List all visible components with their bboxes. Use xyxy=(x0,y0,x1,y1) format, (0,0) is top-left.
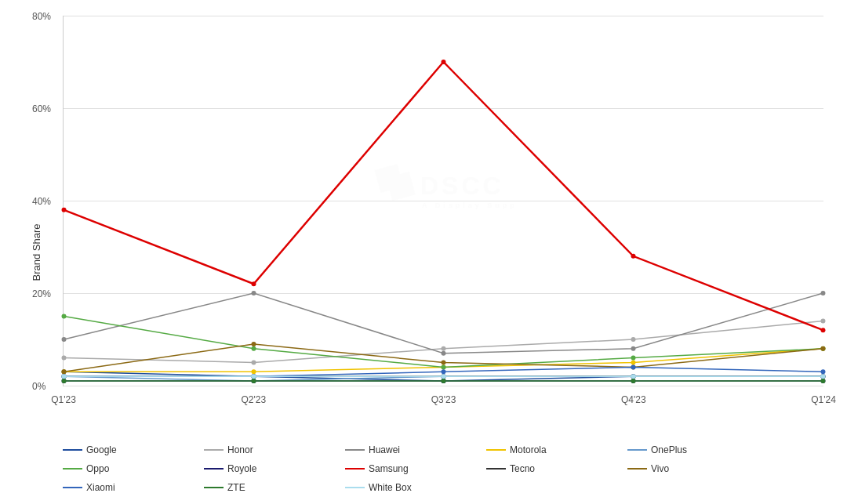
dot-honor-1 xyxy=(252,361,256,365)
dot-zte-2 xyxy=(442,379,446,383)
legend-label-oneplus: OnePlus xyxy=(651,444,687,455)
dot-xiaomi-4 xyxy=(820,369,825,374)
dot-honor-3 xyxy=(631,337,635,342)
dot-white-box-0 xyxy=(62,374,67,379)
legend-label-samsung: Samsung xyxy=(369,463,409,474)
dot-samsung-4 xyxy=(820,328,825,332)
dot-white-box-4 xyxy=(820,374,825,379)
dot-white-box-2 xyxy=(442,374,446,379)
dot-zte-4 xyxy=(820,379,825,383)
y-label-60: 60% xyxy=(32,103,51,114)
legend-item-huawei: Huawei xyxy=(345,441,486,459)
x-label-q2-23: Q2'23 xyxy=(241,394,266,405)
dot-vivo-1 xyxy=(252,342,256,346)
legend-line-oppo xyxy=(63,468,82,470)
legend-line-zte xyxy=(204,487,224,488)
line-huawei xyxy=(64,293,823,354)
legend-line-xiaomi xyxy=(63,487,82,488)
x-label-q1-23: Q1'23 xyxy=(51,394,76,405)
legend-label-google: Google xyxy=(86,444,117,455)
dot-huawei-2 xyxy=(442,351,446,356)
legend-line-honor xyxy=(204,449,224,451)
legend-item-oneplus: OnePlus xyxy=(627,441,769,459)
dot-oppo-0 xyxy=(62,314,67,319)
dot-vivo-2 xyxy=(442,361,446,365)
legend-line-tecno xyxy=(486,468,506,470)
legend-label-honor: Honor xyxy=(227,444,253,455)
legend-label-huawei: Huawei xyxy=(369,444,400,455)
legend-item-google: Google xyxy=(63,441,204,459)
legend-line-vivo xyxy=(627,468,647,470)
legend-label-xiaomi: Xiaomi xyxy=(86,482,115,493)
dot-samsung-2 xyxy=(442,60,446,64)
dot-samsung-0 xyxy=(62,208,67,212)
line-samsung xyxy=(64,62,823,330)
dot-oppo-2 xyxy=(442,364,446,369)
legend-item-honor: Honor xyxy=(204,441,345,459)
dot-xiaomi-2 xyxy=(442,369,446,374)
dot-huawei-0 xyxy=(62,337,67,342)
legend-item-motorola: Motorola xyxy=(486,441,627,459)
grid-line-0: 0% xyxy=(64,386,823,386)
y-label-20: 20% xyxy=(32,288,51,299)
dot-xiaomi-3 xyxy=(631,364,635,369)
x-label-q4-23: Q4'23 xyxy=(621,394,646,405)
dot-samsung-1 xyxy=(252,281,256,286)
dot-zte-3 xyxy=(631,379,635,383)
dot-motorola-3 xyxy=(631,361,635,365)
dot-honor-0 xyxy=(62,356,67,361)
legend-line-huawei xyxy=(345,449,365,451)
dot-samsung-3 xyxy=(631,254,635,259)
legend: GoogleHonorHuaweiMotorolaOnePlusOppoRoyo… xyxy=(63,441,769,496)
legend-item-white-box: White Box xyxy=(345,479,486,496)
legend-label-motorola: Motorola xyxy=(510,444,547,455)
legend-line-google xyxy=(63,449,82,451)
legend-label-royole: Royole xyxy=(227,463,256,474)
dot-honor-2 xyxy=(442,346,446,351)
legend-item-oppo: Oppo xyxy=(63,460,204,477)
dot-white-box-1 xyxy=(252,374,256,379)
legend-label-white-box: White Box xyxy=(369,482,412,493)
legend-label-oppo: Oppo xyxy=(86,463,109,474)
dot-motorola-1 xyxy=(252,369,256,374)
dot-white-box-3 xyxy=(631,374,635,379)
line-honor xyxy=(64,321,823,362)
x-label-q1-24: Q1'24 xyxy=(811,394,836,405)
chart-container: Brand Share DSCC A Display Supply Chain … xyxy=(0,0,847,504)
dot-oppo-3 xyxy=(631,356,635,361)
x-label-q3-23: Q3'23 xyxy=(431,394,456,405)
y-label-40: 40% xyxy=(32,196,51,207)
legend-label-zte: ZTE xyxy=(227,482,245,493)
dot-zte-0 xyxy=(62,379,67,383)
legend-line-white-box xyxy=(345,487,365,488)
legend-line-motorola xyxy=(486,449,506,451)
legend-item-zte: ZTE xyxy=(204,479,345,496)
legend-line-samsung xyxy=(345,468,365,470)
y-label-0: 0% xyxy=(32,381,45,392)
legend-item-vivo: Vivo xyxy=(627,460,769,477)
dot-oppo-1 xyxy=(252,346,256,351)
legend-label-tecno: Tecno xyxy=(510,463,535,474)
chart-area: DSCC A Display Supply Chain Company 80% … xyxy=(63,16,823,386)
legend-line-oneplus xyxy=(627,449,647,451)
dot-vivo-0 xyxy=(62,369,67,374)
y-axis-label: Brand Share xyxy=(31,223,42,281)
legend-item-xiaomi: Xiaomi xyxy=(63,479,204,496)
legend-item-samsung: Samsung xyxy=(345,460,486,477)
dot-huawei-3 xyxy=(631,346,635,351)
legend-line-royole xyxy=(204,468,224,470)
dot-vivo-4 xyxy=(820,346,825,351)
legend-item-tecno: Tecno xyxy=(486,460,627,477)
y-label-80: 80% xyxy=(32,11,51,22)
chart-svg xyxy=(64,16,823,386)
dot-huawei-1 xyxy=(252,291,256,296)
legend-label-vivo: Vivo xyxy=(651,463,669,474)
dot-huawei-4 xyxy=(820,291,825,296)
dot-honor-4 xyxy=(820,318,825,323)
legend-item-royole: Royole xyxy=(204,460,345,477)
dot-zte-1 xyxy=(252,379,256,383)
